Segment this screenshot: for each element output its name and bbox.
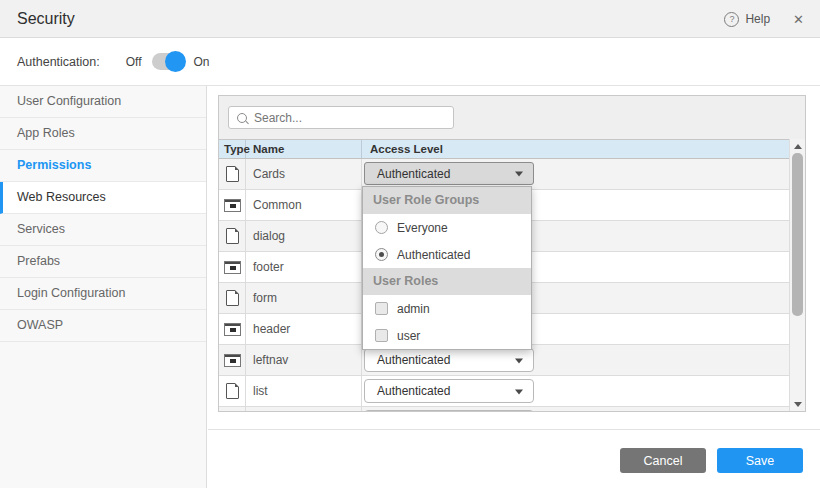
resource-type-icon bbox=[224, 354, 241, 367]
column-header-name: Name bbox=[246, 140, 362, 158]
radio-icon[interactable] bbox=[375, 221, 388, 234]
security-dialog: Security ? Help ✕ Authentication: Off On… bbox=[0, 0, 820, 488]
resource-type-icon bbox=[226, 166, 239, 182]
scrollbar-thumb[interactable] bbox=[792, 153, 803, 316]
sidebar-item-services[interactable]: Services bbox=[0, 214, 206, 246]
cancel-button[interactable]: Cancel bbox=[620, 448, 706, 473]
dropdown-option-everyone[interactable]: Everyone bbox=[363, 214, 531, 241]
title-bar: Security ? Help ✕ bbox=[0, 0, 820, 38]
authentication-toggle[interactable] bbox=[152, 53, 184, 70]
triangle-down-icon bbox=[794, 402, 802, 411]
save-button[interactable]: Save bbox=[717, 448, 803, 473]
triangle-up-icon bbox=[794, 140, 802, 149]
sidebar-item-permissions[interactable]: Permissions bbox=[0, 150, 206, 182]
help-label: Help bbox=[745, 12, 770, 26]
sidebar-item-login-configuration[interactable]: Login Configuration bbox=[0, 278, 206, 310]
access-level-select[interactable]: Authenticated bbox=[364, 379, 534, 403]
dropdown-option-user[interactable]: user bbox=[363, 322, 531, 349]
checkbox-icon[interactable] bbox=[375, 329, 388, 342]
authentication-label: Authentication: bbox=[17, 55, 100, 69]
table-header: Type Name Access Level bbox=[219, 139, 789, 159]
column-header-access-level: Access Level bbox=[362, 140, 789, 158]
option-label: user bbox=[397, 329, 420, 343]
chevron-down-icon bbox=[515, 172, 523, 181]
table-row: list Authenticated bbox=[219, 376, 789, 407]
access-level-dropdown-panel: User Role Groups Everyone Authenticated … bbox=[362, 186, 532, 350]
sidebar-item-prefabs[interactable]: Prefabs bbox=[0, 246, 206, 278]
access-level-value: Authenticated bbox=[377, 167, 450, 181]
resource-name: leftnav bbox=[246, 345, 362, 375]
chevron-down-icon bbox=[515, 389, 523, 398]
option-label: Authenticated bbox=[397, 248, 470, 262]
content-area: Search... Type Name Access Level Cards A… bbox=[208, 86, 820, 488]
sidebar-item-app-roles[interactable]: App Roles bbox=[0, 118, 206, 150]
resource-type-icon bbox=[224, 323, 241, 336]
access-level-value: Authenticated bbox=[377, 384, 450, 398]
option-label: admin bbox=[397, 302, 430, 316]
scroll-down-button[interactable] bbox=[790, 397, 805, 411]
footer-divider bbox=[208, 429, 820, 430]
resource-type-icon bbox=[224, 261, 241, 274]
toggle-on-label: On bbox=[194, 55, 210, 69]
scroll-up-button[interactable] bbox=[790, 139, 805, 153]
resource-name: list bbox=[246, 376, 362, 406]
dropdown-section-user-role-groups: User Role Groups bbox=[363, 187, 531, 214]
resource-name: form bbox=[246, 283, 362, 313]
resource-name: footer bbox=[246, 252, 362, 282]
sidebar-item-user-configuration[interactable]: User Configuration bbox=[0, 86, 206, 118]
chevron-down-icon bbox=[515, 358, 523, 367]
column-header-type: Type bbox=[219, 140, 246, 158]
help-icon: ? bbox=[724, 12, 739, 27]
close-icon[interactable]: ✕ bbox=[793, 12, 804, 27]
resource-name: header bbox=[246, 314, 362, 344]
access-level-select[interactable]: Authenticated bbox=[364, 162, 534, 185]
dropdown-option-authenticated[interactable]: Authenticated bbox=[363, 241, 531, 268]
toggle-knob bbox=[165, 51, 186, 72]
search-input[interactable]: Search... bbox=[228, 106, 454, 129]
resource-name: Common bbox=[246, 190, 362, 220]
search-icon bbox=[237, 113, 247, 123]
resource-name bbox=[246, 407, 362, 412]
checkbox-icon[interactable] bbox=[375, 302, 388, 315]
resource-type-icon bbox=[226, 228, 239, 244]
authentication-bar: Authentication: Off On bbox=[0, 38, 820, 86]
resource-type-icon bbox=[226, 290, 239, 306]
help-button[interactable]: ? Help bbox=[724, 12, 770, 27]
search-band: Search... bbox=[219, 96, 805, 139]
vertical-scrollbar[interactable] bbox=[789, 139, 805, 411]
resource-name: Cards bbox=[246, 159, 362, 189]
table-row bbox=[219, 407, 789, 412]
dropdown-section-user-roles: User Roles bbox=[363, 268, 531, 295]
sidebar-item-owasp[interactable]: OWASP bbox=[0, 310, 206, 342]
option-label: Everyone bbox=[397, 221, 448, 235]
resource-type-icon bbox=[226, 383, 239, 399]
sidebar: User Configuration App Roles Permissions… bbox=[0, 86, 207, 488]
access-level-select[interactable] bbox=[364, 410, 534, 412]
titlebar-actions: ? Help ✕ bbox=[724, 0, 804, 38]
toggle-off-label: Off bbox=[126, 55, 142, 69]
access-level-value: Authenticated bbox=[377, 353, 450, 367]
access-level-select[interactable]: Authenticated bbox=[364, 348, 534, 372]
search-placeholder: Search... bbox=[254, 111, 302, 125]
sidebar-item-web-resources[interactable]: Web Resources bbox=[0, 182, 206, 214]
resource-type-icon bbox=[224, 199, 241, 212]
radio-selected-icon[interactable] bbox=[375, 248, 388, 261]
dropdown-option-admin[interactable]: admin bbox=[363, 295, 531, 322]
resource-name: dialog bbox=[246, 221, 362, 251]
page-title: Security bbox=[17, 0, 75, 38]
